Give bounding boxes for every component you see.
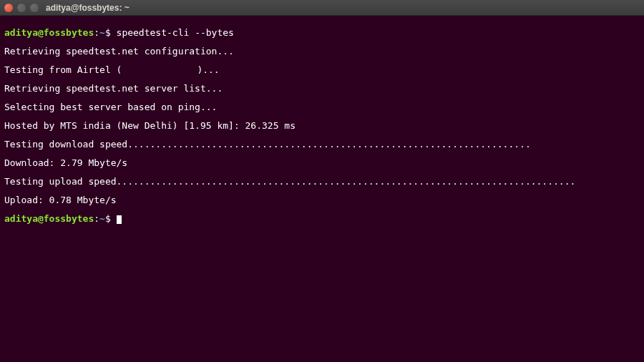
prompt-path: ~ (99, 213, 105, 224)
redacted-block (122, 67, 197, 74)
window-title: aditya@fossbytes: ~ (46, 3, 130, 13)
prompt-path: ~ (99, 27, 105, 38)
prompt-dollar: $ (105, 27, 111, 38)
maximize-icon[interactable] (30, 4, 39, 12)
prompt-at: @ (38, 27, 44, 38)
prompt-user: aditya (4, 27, 38, 38)
prompt-host: fossbytes (44, 27, 94, 38)
output-line: Retrieving speedtest.net configuration..… (4, 47, 640, 56)
titlebar: aditya@fossbytes: ~ (0, 0, 644, 16)
output-line: Testing from Airtel ()... (4, 65, 640, 74)
terminal-line: aditya@fossbytes:~$ speedtest-cli --byte… (4, 28, 640, 37)
terminal-line: aditya@fossbytes:~$ (4, 214, 640, 224)
prompt-host: fossbytes (44, 213, 94, 224)
cursor (117, 215, 122, 224)
terminal[interactable]: aditya@fossbytes:~$ speedtest-cli --byte… (0, 16, 644, 236)
prompt-dollar: $ (105, 213, 111, 224)
output-line: Download: 2.79 Mbyte/s (4, 158, 640, 167)
output-line: Upload: 0.78 Mbyte/s (4, 195, 640, 205)
command-text: speedtest-cli --bytes (117, 27, 234, 38)
output-text: Testing from Airtel ( (4, 64, 122, 75)
output-text: )... (197, 64, 219, 75)
output-line: Selecting best server based on ping... (4, 102, 640, 112)
output-line: Hosted by MTS india (New Delhi) [1.95 km… (4, 121, 640, 130)
prompt-user: aditya (4, 213, 38, 224)
prompt-colon: : (94, 27, 99, 38)
window-controls (4, 4, 39, 12)
minimize-icon[interactable] (17, 4, 26, 12)
output-line: Retrieving speedtest.net server list... (4, 84, 640, 93)
prompt-colon: : (94, 213, 99, 224)
output-line: Testing upload speed....................… (4, 177, 640, 186)
prompt-at: @ (38, 213, 44, 224)
close-icon[interactable] (4, 4, 13, 12)
output-line: Testing download speed..................… (4, 140, 640, 149)
